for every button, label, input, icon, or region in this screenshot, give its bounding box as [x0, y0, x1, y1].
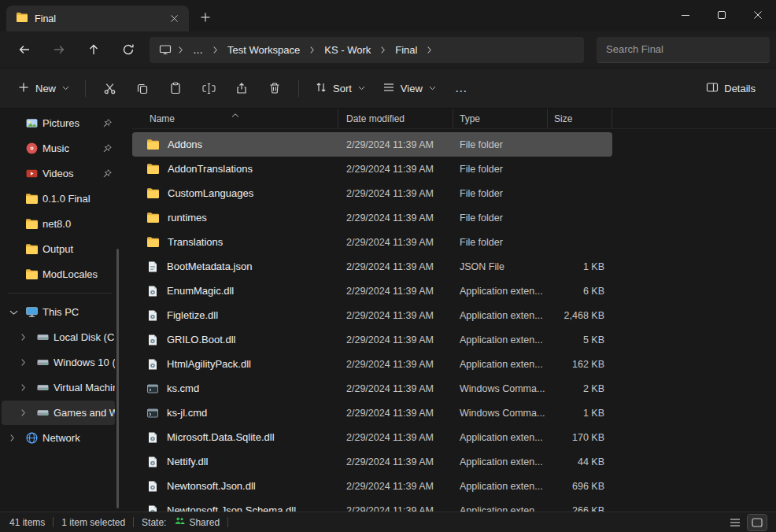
file-date-modified: 2/29/2024 11:39 AM: [338, 481, 453, 492]
details-view-icon[interactable]: [726, 515, 745, 530]
new-button[interactable]: New: [9, 74, 77, 102]
sidebar-item-0-1-0-final[interactable]: 0.1.0 Final: [2, 187, 115, 211]
file-date-modified: 2/29/2024 11:39 AM: [338, 383, 453, 394]
dll-file-icon: [146, 431, 159, 444]
tab-close-icon[interactable]: [165, 10, 183, 28]
sidebar-item-this-pc[interactable]: This PC: [2, 300, 115, 324]
breadcrumb-final[interactable]: Final: [389, 41, 423, 59]
chevron-down-icon[interactable]: [9, 309, 25, 316]
delete-button[interactable]: [259, 74, 290, 102]
dll-file-icon: [146, 456, 159, 468]
sidebar-item-videos[interactable]: Videos: [2, 161, 115, 186]
breadcrumb-overflow[interactable]: …: [187, 41, 209, 59]
sort-button-label: Sort: [333, 83, 352, 94]
file-date-modified: 2/29/2024 11:39 AM: [338, 139, 453, 150]
search-input[interactable]: [597, 43, 770, 55]
chevron-right-icon[interactable]: [379, 46, 387, 54]
sidebar-item-modlocales[interactable]: ModLocales: [2, 262, 115, 286]
chevron-right-icon[interactable]: [20, 383, 36, 392]
column-header-date-modified[interactable]: Date modified: [338, 109, 453, 128]
breadcrumb-ks-work[interactable]: KS - Work: [318, 41, 377, 59]
chevron-right-icon[interactable]: [20, 333, 36, 342]
details-pane-button[interactable]: Details: [698, 74, 763, 102]
sidebar-item-label: Music: [42, 142, 102, 154]
chevron-right-icon[interactable]: [425, 46, 434, 54]
sidebar-item-games-and-wo[interactable]: Games and Wo: [2, 401, 115, 425]
sidebar-item-network[interactable]: Network: [2, 426, 115, 450]
copy-button[interactable]: [127, 74, 158, 102]
monitor-icon[interactable]: [154, 43, 175, 56]
dll-file-icon: [146, 309, 159, 322]
folder-icon: [16, 11, 28, 27]
back-button[interactable]: [11, 37, 38, 62]
view-button[interactable]: View: [375, 74, 444, 102]
sidebar-item-pictures[interactable]: Pictures: [2, 111, 115, 135]
file-row-addontranslations[interactable]: AddonTranslations2/29/2024 11:39 AMFile …: [132, 157, 612, 181]
folder-icon: [25, 242, 42, 256]
refresh-button[interactable]: [115, 37, 142, 62]
column-header-name[interactable]: Name: [132, 109, 338, 128]
view-icon: [382, 81, 395, 96]
file-row-ks-jl-cmd[interactable]: ks-jl.cmd2/29/2024 11:39 AMWindows Comma…: [132, 401, 612, 425]
sidebar-item-music[interactable]: Music: [2, 136, 115, 161]
file-date-modified: 2/29/2024 11:39 AM: [338, 432, 453, 443]
file-row-grilo-boot-dll[interactable]: GRILO.Boot.dll2/29/2024 11:39 AMApplicat…: [132, 327, 612, 352]
file-name-cell: Figletize.dll: [132, 309, 338, 322]
cut-button[interactable]: [94, 74, 125, 102]
drive-icon: [36, 381, 54, 394]
file-size: 1 KB: [548, 408, 612, 419]
file-name-cell: EnumMagic.dll: [132, 285, 338, 297]
file-row-newtonsoft-json-dll[interactable]: Newtonsoft.Json.dll2/29/2024 11:39 AMApp…: [132, 474, 612, 498]
selected-count: 1 item selected: [61, 517, 125, 528]
file-type: Windows Comma...: [453, 383, 548, 394]
sidebar-item-windows-10-d[interactable]: Windows 10 (D: [2, 350, 115, 375]
sidebar-item-label: Network: [42, 432, 115, 444]
address-bar[interactable]: … Test Workspace KS - Work Final: [150, 37, 584, 63]
file-type: Application exten...: [453, 456, 548, 467]
file-name: BootMetadata.json: [167, 260, 252, 272]
share-button[interactable]: [226, 74, 257, 102]
file-row-nettify-dll[interactable]: Nettify.dll2/29/2024 11:39 AMApplication…: [132, 449, 612, 474]
column-header-type[interactable]: Type: [453, 109, 548, 128]
file-name-cell: Addons: [132, 138, 338, 151]
maximize-button[interactable]: [704, 0, 740, 30]
file-row-newtonsoft-json-schema-dll[interactable]: Newtonsoft.Json.Schema.dll2/29/2024 11:3…: [132, 498, 612, 512]
file-row-customlanguages[interactable]: CustomLanguages2/29/2024 11:39 AMFile fo…: [132, 181, 612, 205]
sidebar-item-net8-0[interactable]: net8.0: [2, 212, 115, 236]
chevron-right-icon[interactable]: [20, 408, 36, 417]
more-options-button[interactable]: …: [445, 74, 477, 102]
chevron-right-icon[interactable]: [211, 46, 220, 54]
column-header-size[interactable]: Size: [548, 109, 612, 128]
toolbar-divider: [298, 79, 299, 97]
file-row-translations[interactable]: Translations2/29/2024 11:39 AMFile folde…: [132, 230, 612, 254]
sidebar-item-local-disk-c[interactable]: Local Disk (C:): [2, 325, 115, 349]
file-row-runtimes[interactable]: runtimes2/29/2024 11:39 AMFile folder: [132, 205, 612, 230]
breadcrumb-test-workspace[interactable]: Test Workspace: [221, 41, 306, 59]
file-row-figletize-dll[interactable]: Figletize.dll2/29/2024 11:39 AMApplicati…: [132, 303, 612, 327]
minimize-button[interactable]: [667, 0, 704, 30]
chevron-down-icon: [429, 86, 436, 91]
chevron-right-icon[interactable]: [9, 434, 25, 442]
file-row-enummagic-dll[interactable]: EnumMagic.dll2/29/2024 11:39 AMApplicati…: [132, 279, 612, 303]
file-row-addons[interactable]: Addons2/29/2024 11:39 AMFile folder: [132, 132, 612, 157]
search-box: [597, 37, 770, 63]
rename-button[interactable]: [193, 74, 224, 102]
chevron-right-icon[interactable]: [308, 46, 316, 54]
forward-button[interactable]: [46, 37, 72, 62]
file-row-bootmetadata-json[interactable]: BootMetadata.json2/29/2024 11:39 AMJSON …: [132, 254, 612, 279]
large-icons-view-icon[interactable]: [748, 515, 767, 530]
chevron-right-icon[interactable]: [20, 358, 36, 367]
close-button[interactable]: [740, 0, 776, 30]
file-row-ks-cmd[interactable]: ks.cmd2/29/2024 11:39 AMWindows Comma...…: [132, 376, 612, 401]
chevron-right-icon[interactable]: [176, 46, 185, 54]
paste-button[interactable]: [160, 74, 191, 102]
up-button[interactable]: [80, 37, 107, 62]
sidebar-item-output[interactable]: Output: [2, 237, 115, 261]
sidebar-scrollbar[interactable]: [116, 249, 119, 508]
new-tab-button[interactable]: [194, 6, 217, 29]
file-row-htmlagilitypack-dll[interactable]: HtmlAgilityPack.dll2/29/2024 11:39 AMApp…: [132, 352, 612, 376]
sort-button[interactable]: Sort: [307, 74, 373, 102]
sidebar-item-virtual-machin[interactable]: Virtual Machin: [2, 375, 115, 400]
tab-final[interactable]: Final: [6, 6, 189, 31]
file-row-microsoft-data-sqlite-dll[interactable]: Microsoft.Data.Sqlite.dll2/29/2024 11:39…: [132, 425, 612, 449]
